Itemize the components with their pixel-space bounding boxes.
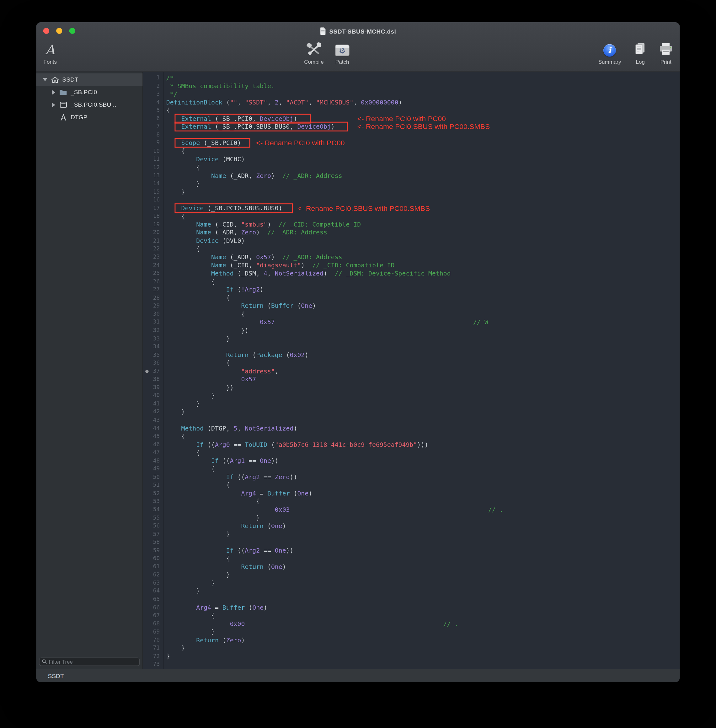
code-line[interactable]: { bbox=[166, 245, 680, 253]
code-line[interactable]: } bbox=[166, 514, 680, 522]
titlebar[interactable]: SSDT-SBUS-MCHC.dsl bbox=[36, 22, 680, 40]
code-line[interactable]: { bbox=[166, 432, 680, 441]
code-line[interactable]: 0x03 // . bbox=[166, 506, 680, 514]
code-line[interactable]: Return (Zero) bbox=[166, 636, 680, 644]
document-icon[interactable] bbox=[320, 27, 326, 35]
code-line[interactable]: Method (_DSM, 4, NotSerialized) // _DSM:… bbox=[166, 270, 680, 278]
code-line[interactable] bbox=[166, 595, 680, 604]
code-line[interactable]: { bbox=[166, 481, 680, 490]
code-line[interactable]: } bbox=[166, 408, 680, 416]
code-line[interactable]: If ((Arg0 == ToUUID ("a0b5b7c6-1318-441c… bbox=[166, 441, 680, 449]
code-line[interactable]: }) bbox=[166, 326, 680, 335]
code-line[interactable]: * SMBus compatibility table. bbox=[166, 82, 680, 90]
code-line[interactable]: { bbox=[166, 164, 680, 171]
code-line[interactable]: Return (Package (0x02) bbox=[166, 351, 680, 359]
code-line[interactable]: External (_SB_.PCI0, DeviceObj) bbox=[166, 115, 680, 123]
line-number: 56 bbox=[143, 522, 160, 530]
code-line[interactable]: } bbox=[166, 335, 680, 343]
code-line[interactable]: } bbox=[166, 628, 680, 636]
code-line[interactable]: } bbox=[166, 652, 680, 661]
compile-button[interactable]: Compile bbox=[304, 42, 323, 65]
code-line[interactable]: } bbox=[166, 530, 680, 538]
line-number: 51 bbox=[143, 481, 160, 490]
code-line[interactable]: Name (_CID, "diagsvault") // _CID: Compa… bbox=[166, 261, 680, 270]
code-line[interactable]: DefinitionBlock ("", "SSDT", 2, "ACDT", … bbox=[166, 98, 680, 106]
disclosure-down-icon[interactable] bbox=[42, 78, 48, 81]
code-line[interactable]: } bbox=[166, 587, 680, 595]
code-line[interactable]: { bbox=[166, 497, 680, 506]
sidebar-item-dtgp[interactable]: DTGP bbox=[36, 111, 143, 124]
print-button[interactable]: Print bbox=[658, 42, 673, 65]
code-line[interactable]: External (_SB_.PCI0.SBUS.BUS0, DeviceObj… bbox=[166, 123, 680, 131]
code-lines[interactable]: /* * SMBus compatibility table. */Defini… bbox=[166, 74, 680, 669]
code-line[interactable]: Method (DTGP, 5, NotSerialized) bbox=[166, 424, 680, 432]
code-line[interactable]: Name (_CID, "smbus") // _CID: Compatible… bbox=[166, 221, 680, 229]
code-line[interactable]: 0x57 // W bbox=[166, 318, 680, 326]
filter-tree-input[interactable] bbox=[49, 659, 137, 664]
code-line[interactable]: { bbox=[166, 465, 680, 473]
code-line[interactable]: }) bbox=[166, 384, 680, 391]
disclosure-right-icon[interactable] bbox=[50, 90, 57, 94]
code-line[interactable]: 0x57 bbox=[166, 375, 680, 384]
code-line[interactable] bbox=[166, 196, 680, 204]
code-line[interactable]: Scope (_SB.PCI0) bbox=[166, 139, 680, 147]
patch-button[interactable]: ⚙ Patch bbox=[335, 42, 349, 65]
line-number: 7 bbox=[143, 123, 160, 131]
code-line[interactable]: { bbox=[166, 611, 680, 620]
code-line[interactable]: Arg4 = Buffer (One) bbox=[166, 490, 680, 497]
line-number: 23 bbox=[143, 253, 160, 261]
code-line[interactable]: } bbox=[166, 644, 680, 652]
code-line[interactable] bbox=[166, 661, 680, 669]
filter-tree-field[interactable] bbox=[39, 658, 140, 666]
code-line[interactable]: If ((Arg1 == One)) bbox=[166, 457, 680, 465]
code-line[interactable]: Name (_ADR, 0x57) // _ADR: Address bbox=[166, 253, 680, 261]
code-line[interactable]: } bbox=[166, 391, 680, 400]
code-line[interactable]: { bbox=[166, 106, 680, 115]
code-line[interactable]: /* bbox=[166, 74, 680, 82]
sidebar-item-label: _SB.PCI0 bbox=[71, 89, 97, 96]
summary-button[interactable]: i Summary bbox=[598, 42, 621, 65]
sidebar-item-ssdt[interactable]: SSDT bbox=[36, 73, 143, 86]
code-line[interactable] bbox=[166, 416, 680, 424]
sidebar-item-sb-pci0[interactable]: _SB.PCI0 bbox=[36, 86, 143, 99]
code-line[interactable]: { bbox=[166, 310, 680, 318]
code-line[interactable]: "address", bbox=[166, 367, 680, 375]
code-line[interactable]: } bbox=[166, 579, 680, 587]
line-number: 57 bbox=[143, 530, 160, 538]
code-line[interactable]: Name (_ADR, Zero) // _ADR: Address bbox=[166, 229, 680, 237]
code-line[interactable]: { bbox=[166, 212, 680, 221]
code-line[interactable] bbox=[166, 131, 680, 139]
code-line[interactable]: } bbox=[166, 400, 680, 408]
code-line[interactable]: { bbox=[166, 359, 680, 367]
code-line[interactable]: If ((Arg2 == Zero)) bbox=[166, 473, 680, 481]
code-line[interactable] bbox=[166, 343, 680, 351]
code-line[interactable] bbox=[166, 538, 680, 546]
code-line[interactable]: If (!Arg2) bbox=[166, 285, 680, 294]
code-line[interactable]: { bbox=[166, 449, 680, 457]
code-line[interactable]: */ bbox=[166, 90, 680, 98]
code-line[interactable]: { bbox=[166, 147, 680, 155]
disclosure-right-icon[interactable] bbox=[50, 102, 57, 107]
code-editor[interactable]: 1234567891011121314151617181920212223242… bbox=[143, 72, 680, 669]
code-line[interactable]: } bbox=[166, 188, 680, 196]
code-line[interactable]: Arg4 = Buffer (One) bbox=[166, 604, 680, 611]
code-line[interactable]: Return (One) bbox=[166, 522, 680, 530]
fonts-button-label: Fonts bbox=[44, 59, 57, 65]
log-button[interactable]: Log bbox=[634, 42, 647, 65]
code-line[interactable]: { bbox=[166, 278, 680, 285]
code-line[interactable]: Device (MCHC) bbox=[166, 155, 680, 164]
code-line[interactable]: Device (DVL0) bbox=[166, 237, 680, 245]
code-line[interactable]: } bbox=[166, 180, 680, 188]
code-line[interactable]: Name (_ADR, Zero) // _ADR: Address bbox=[166, 171, 680, 180]
code-line[interactable]: { bbox=[166, 294, 680, 302]
code-line[interactable]: Device (_SB.PCI0.SBUS.BUS0) bbox=[166, 204, 680, 212]
code-line[interactable]: Return (One) bbox=[166, 563, 680, 571]
code-line[interactable]: Return (Buffer (One) bbox=[166, 302, 680, 310]
code-line[interactable]: 0x00 // . bbox=[166, 620, 680, 628]
code-line[interactable]: { bbox=[166, 555, 680, 563]
sidebar-item-sb-pci0-sbus[interactable]: _SB.PCI0.SBU... bbox=[36, 99, 143, 111]
fonts-button[interactable]: A Fonts bbox=[44, 42, 57, 65]
code-line[interactable]: } bbox=[166, 571, 680, 579]
code-line[interactable]: If ((Arg2 == One)) bbox=[166, 546, 680, 555]
line-number: 60 bbox=[143, 555, 160, 563]
